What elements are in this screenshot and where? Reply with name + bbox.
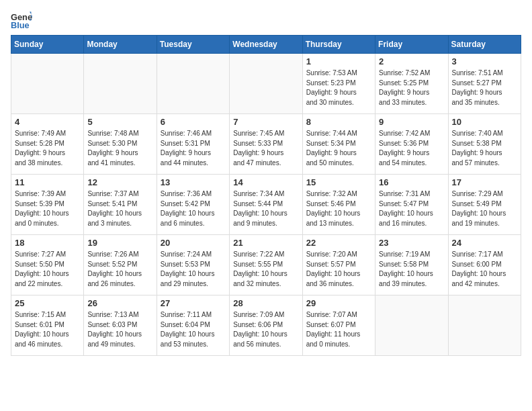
day-info: Sunrise: 7:49 AM Sunset: 5:28 PM Dayligh…: [15, 129, 80, 168]
calendar-week-row: 18Sunrise: 7:27 AM Sunset: 5:50 PM Dayli…: [11, 235, 521, 295]
calendar-cell: 12Sunrise: 7:37 AM Sunset: 5:41 PM Dayli…: [84, 175, 157, 235]
day-info: Sunrise: 7:31 AM Sunset: 5:47 PM Dayligh…: [379, 189, 444, 228]
day-number: 20: [161, 238, 226, 248]
calendar-cell: 14Sunrise: 7:34 AM Sunset: 5:44 PM Dayli…: [230, 175, 302, 235]
day-info: Sunrise: 7:40 AM Sunset: 5:38 PM Dayligh…: [452, 129, 517, 168]
calendar-cell: [230, 54, 302, 114]
calendar-week-row: 11Sunrise: 7:39 AM Sunset: 5:39 PM Dayli…: [11, 175, 521, 235]
calendar-cell: 19Sunrise: 7:26 AM Sunset: 5:52 PM Dayli…: [84, 235, 157, 295]
calendar-cell: 21Sunrise: 7:22 AM Sunset: 5:55 PM Dayli…: [230, 235, 302, 295]
day-info: Sunrise: 7:34 AM Sunset: 5:44 PM Dayligh…: [233, 189, 298, 228]
calendar-cell: 25Sunrise: 7:15 AM Sunset: 6:01 PM Dayli…: [11, 295, 84, 356]
svg-text:Blue: Blue: [11, 20, 30, 30]
calendar-cell: 8Sunrise: 7:44 AM Sunset: 5:34 PM Daylig…: [302, 114, 375, 175]
calendar-cell: 23Sunrise: 7:19 AM Sunset: 5:58 PM Dayli…: [375, 235, 448, 295]
day-number: 2: [379, 56, 444, 66]
day-info: Sunrise: 7:15 AM Sunset: 6:01 PM Dayligh…: [15, 310, 80, 349]
calendar-cell: 18Sunrise: 7:27 AM Sunset: 5:50 PM Dayli…: [11, 235, 84, 295]
day-number: 6: [161, 117, 226, 127]
calendar-body: 1Sunrise: 7:53 AM Sunset: 5:23 PM Daylig…: [11, 54, 521, 356]
day-number: 4: [15, 117, 80, 127]
day-number: 10: [452, 117, 517, 127]
day-number: 7: [233, 117, 298, 127]
day-number: 23: [379, 238, 444, 248]
day-info: Sunrise: 7:29 AM Sunset: 5:49 PM Dayligh…: [452, 189, 517, 228]
day-info: Sunrise: 7:44 AM Sunset: 5:34 PM Dayligh…: [306, 129, 371, 168]
calendar-cell: 28Sunrise: 7:09 AM Sunset: 6:06 PM Dayli…: [230, 295, 302, 356]
day-number: 25: [15, 298, 80, 308]
day-of-week-header: Monday: [84, 36, 157, 54]
calendar-cell: [84, 54, 157, 114]
calendar-cell: 11Sunrise: 7:39 AM Sunset: 5:39 PM Dayli…: [11, 175, 84, 235]
calendar-cell: 13Sunrise: 7:36 AM Sunset: 5:42 PM Dayli…: [157, 175, 229, 235]
day-info: Sunrise: 7:22 AM Sunset: 5:55 PM Dayligh…: [233, 250, 298, 289]
calendar-header: SundayMondayTuesdayWednesdayThursdayFrid…: [11, 36, 521, 54]
calendar-cell: 6Sunrise: 7:46 AM Sunset: 5:31 PM Daylig…: [157, 114, 229, 175]
day-number: 18: [15, 238, 80, 248]
day-info: Sunrise: 7:19 AM Sunset: 5:58 PM Dayligh…: [379, 250, 444, 289]
day-info: Sunrise: 7:51 AM Sunset: 5:27 PM Dayligh…: [452, 68, 517, 107]
day-info: Sunrise: 7:13 AM Sunset: 6:03 PM Dayligh…: [87, 310, 152, 349]
day-info: Sunrise: 7:27 AM Sunset: 5:50 PM Dayligh…: [15, 250, 80, 289]
day-number: 8: [306, 117, 371, 127]
calendar-cell: [375, 295, 448, 356]
logo: General Blue: [11, 11, 35, 30]
day-info: Sunrise: 7:36 AM Sunset: 5:42 PM Dayligh…: [161, 189, 226, 228]
day-info: Sunrise: 7:39 AM Sunset: 5:39 PM Dayligh…: [15, 189, 80, 228]
day-number: 17: [452, 177, 517, 187]
day-number: 28: [233, 298, 298, 308]
day-info: Sunrise: 7:11 AM Sunset: 6:04 PM Dayligh…: [161, 310, 226, 349]
calendar-cell: 3Sunrise: 7:51 AM Sunset: 5:27 PM Daylig…: [448, 54, 521, 114]
calendar-cell: 26Sunrise: 7:13 AM Sunset: 6:03 PM Dayli…: [84, 295, 157, 356]
day-info: Sunrise: 7:37 AM Sunset: 5:41 PM Dayligh…: [87, 189, 152, 228]
day-number: 9: [379, 117, 444, 127]
day-info: Sunrise: 7:52 AM Sunset: 5:25 PM Dayligh…: [379, 68, 444, 107]
logo-icon: General Blue: [11, 11, 32, 30]
calendar-cell: 24Sunrise: 7:17 AM Sunset: 6:00 PM Dayli…: [448, 235, 521, 295]
day-info: Sunrise: 7:09 AM Sunset: 6:06 PM Dayligh…: [233, 310, 298, 349]
day-number: 29: [306, 298, 371, 308]
calendar-cell: 20Sunrise: 7:24 AM Sunset: 5:53 PM Dayli…: [157, 235, 229, 295]
day-number: 14: [233, 177, 298, 187]
calendar-cell: [157, 54, 229, 114]
calendar-cell: 4Sunrise: 7:49 AM Sunset: 5:28 PM Daylig…: [11, 114, 84, 175]
day-of-week-header: Tuesday: [157, 36, 229, 54]
day-info: Sunrise: 7:17 AM Sunset: 6:00 PM Dayligh…: [452, 250, 517, 289]
day-of-week-header: Saturday: [448, 36, 521, 54]
calendar-cell: [11, 54, 84, 114]
calendar-cell: 16Sunrise: 7:31 AM Sunset: 5:47 PM Dayli…: [375, 175, 448, 235]
day-info: Sunrise: 7:32 AM Sunset: 5:46 PM Dayligh…: [306, 189, 371, 228]
day-of-week-header: Sunday: [11, 36, 84, 54]
day-info: Sunrise: 7:07 AM Sunset: 6:07 PM Dayligh…: [306, 310, 371, 349]
calendar-week-row: 25Sunrise: 7:15 AM Sunset: 6:01 PM Dayli…: [11, 295, 521, 356]
day-of-week-header: Wednesday: [230, 36, 302, 54]
day-number: 11: [15, 177, 80, 187]
days-of-week-row: SundayMondayTuesdayWednesdayThursdayFrid…: [11, 36, 521, 54]
day-number: 26: [87, 298, 152, 308]
calendar-cell: 22Sunrise: 7:20 AM Sunset: 5:57 PM Dayli…: [302, 235, 375, 295]
day-info: Sunrise: 7:48 AM Sunset: 5:30 PM Dayligh…: [87, 129, 152, 168]
calendar-cell: 9Sunrise: 7:42 AM Sunset: 5:36 PM Daylig…: [375, 114, 448, 175]
calendar-cell: 27Sunrise: 7:11 AM Sunset: 6:04 PM Dayli…: [157, 295, 229, 356]
calendar-cell: 5Sunrise: 7:48 AM Sunset: 5:30 PM Daylig…: [84, 114, 157, 175]
day-number: 5: [87, 117, 152, 127]
day-info: Sunrise: 7:45 AM Sunset: 5:33 PM Dayligh…: [233, 129, 298, 168]
day-info: Sunrise: 7:20 AM Sunset: 5:57 PM Dayligh…: [306, 250, 371, 289]
day-of-week-header: Thursday: [302, 36, 375, 54]
day-info: Sunrise: 7:46 AM Sunset: 5:31 PM Dayligh…: [161, 129, 226, 168]
page-header: General Blue: [11, 11, 521, 30]
calendar-cell: [448, 295, 521, 356]
calendar-week-row: 1Sunrise: 7:53 AM Sunset: 5:23 PM Daylig…: [11, 54, 521, 114]
calendar-cell: 7Sunrise: 7:45 AM Sunset: 5:33 PM Daylig…: [230, 114, 302, 175]
day-number: 27: [161, 298, 226, 308]
day-number: 3: [452, 56, 517, 66]
calendar-cell: 2Sunrise: 7:52 AM Sunset: 5:25 PM Daylig…: [375, 54, 448, 114]
day-number: 12: [87, 177, 152, 187]
day-number: 22: [306, 238, 371, 248]
calendar-cell: 1Sunrise: 7:53 AM Sunset: 5:23 PM Daylig…: [302, 54, 375, 114]
day-info: Sunrise: 7:24 AM Sunset: 5:53 PM Dayligh…: [161, 250, 226, 289]
day-info: Sunrise: 7:42 AM Sunset: 5:36 PM Dayligh…: [379, 129, 444, 168]
day-info: Sunrise: 7:53 AM Sunset: 5:23 PM Dayligh…: [306, 68, 371, 107]
day-info: Sunrise: 7:26 AM Sunset: 5:52 PM Dayligh…: [87, 250, 152, 289]
day-number: 16: [379, 177, 444, 187]
